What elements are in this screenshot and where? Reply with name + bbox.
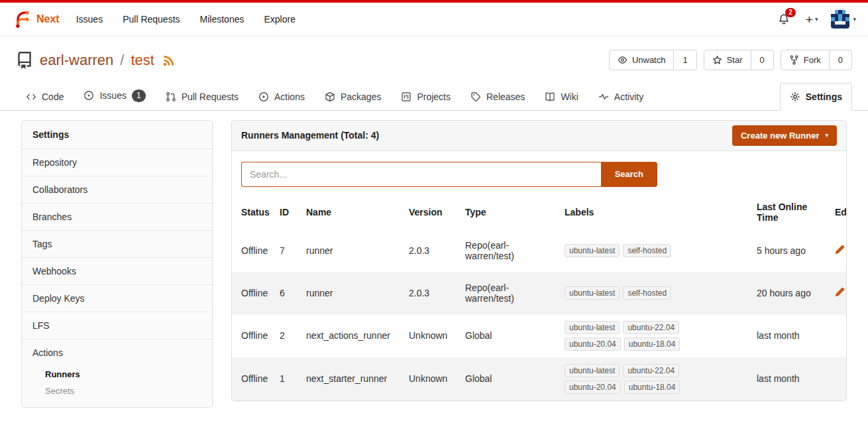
play-circle-icon	[258, 91, 269, 102]
col-status: Status	[232, 195, 274, 229]
navbar-right: 2 + ▾ ▾	[775, 10, 856, 29]
stars-count[interactable]: 0	[751, 50, 773, 70]
col-type: Type	[460, 195, 559, 229]
user-menu[interactable]: ▾	[831, 10, 856, 29]
tab-label: Code	[42, 91, 64, 102]
runner-status: Offline	[232, 272, 274, 314]
tab-code[interactable]: Code	[16, 83, 74, 111]
plus-icon: +	[806, 13, 813, 26]
runner-labels: ubuntu-latestself-hosted	[565, 244, 694, 257]
runner-row: Offline 7 runner 2.0.3 Repo(earl-warren/…	[232, 229, 847, 272]
star-button[interactable]: Star	[704, 50, 751, 70]
sidebar-item-actions[interactable]: Actions	[22, 339, 212, 366]
repo-title: earl-warren / test	[16, 52, 176, 69]
runner-label-chip: ubuntu-20.04	[565, 337, 621, 351]
repo-separator: /	[120, 52, 124, 69]
rss-feed-icon[interactable]	[162, 54, 176, 67]
pull-request-icon	[166, 91, 176, 102]
runner-label-chip: ubuntu-18.04	[624, 381, 680, 394]
unwatch-button[interactable]: Unwatch	[610, 50, 674, 70]
tab-releases[interactable]: Releases	[461, 83, 535, 111]
search-button[interactable]: Search	[601, 162, 657, 187]
runner-type: Repo(earl-warren/test)	[460, 272, 559, 314]
runner-label-chip: ubuntu-22.04	[623, 321, 679, 334]
runner-label-chip: ubuntu-latest	[565, 321, 620, 334]
runner-labels: ubuntu-latestubuntu-22.04ubuntu-20.04ubu…	[565, 321, 694, 351]
forks-count[interactable]: 0	[829, 50, 851, 70]
pencil-icon	[835, 245, 845, 255]
repo-name-link[interactable]: test	[131, 52, 154, 69]
fork-label: Fork	[804, 55, 821, 65]
runner-last-online: 5 hours ago	[751, 229, 830, 272]
runner-label-chip: ubuntu-latest	[565, 286, 620, 300]
runner-id: 7	[274, 229, 301, 272]
chevron-down-icon: ▾	[815, 16, 818, 23]
runner-status: Offline	[232, 229, 274, 272]
tab-label: Pull Requests	[182, 91, 239, 102]
home-link[interactable]: Next	[12, 9, 60, 29]
table-header-row: Status ID Name Version Type Labels Last …	[232, 195, 847, 229]
tab-issues[interactable]: Issues 1	[74, 81, 155, 111]
runner-label-chip: self-hosted	[623, 286, 671, 300]
runner-type: Global	[460, 314, 559, 357]
tab-settings[interactable]: Settings	[780, 83, 852, 111]
watch-button-group: Unwatch 1	[609, 50, 697, 70]
fork-button[interactable]: Fork	[781, 50, 829, 70]
tab-activity[interactable]: Activity	[588, 83, 653, 111]
nav-link-explore[interactable]: Explore	[254, 9, 305, 30]
sidebar-item-webhooks[interactable]: Webhooks	[22, 258, 212, 285]
fork-button-group: Fork 0	[781, 50, 852, 70]
edit-runner-button[interactable]	[835, 287, 845, 297]
sidebar-subitem-runners[interactable]: Runners	[22, 366, 212, 383]
sidebar-item-lfs[interactable]: LFS	[22, 312, 212, 339]
sidebar-item-deploy-keys[interactable]: Deploy Keys	[22, 285, 212, 312]
repo-icon	[16, 52, 33, 69]
watchers-count[interactable]: 1	[673, 50, 696, 70]
sidebar-item-repository[interactable]: Repository	[22, 149, 212, 176]
star-button-group: Star 0	[704, 50, 774, 70]
col-last-online: Last Online Time	[751, 195, 830, 229]
sidebar-item-tags[interactable]: Tags	[22, 231, 212, 258]
tab-projects[interactable]: Projects	[391, 83, 461, 111]
runner-name: next_actions_runner	[301, 314, 404, 357]
repo-owner-link[interactable]: earl-warren	[40, 52, 113, 69]
nav-link-issues[interactable]: Issues	[66, 9, 113, 30]
star-icon	[712, 55, 722, 65]
edit-runner-button[interactable]	[835, 245, 845, 255]
tab-packages[interactable]: Packages	[315, 83, 391, 111]
star-label: Star	[727, 55, 743, 65]
sidebar-item-branches[interactable]: Branches	[22, 204, 212, 231]
runner-label-chip: ubuntu-22.04	[623, 364, 679, 377]
col-version: Version	[404, 195, 460, 229]
runner-labels: ubuntu-latestubuntu-22.04ubuntu-20.04ubu…	[565, 364, 694, 394]
runner-status: Offline	[232, 314, 274, 357]
runner-row: Offline 6 runner 2.0.3 Repo(earl-warren/…	[232, 272, 847, 314]
tab-label: Packages	[341, 91, 381, 102]
code-icon	[26, 91, 36, 102]
eye-icon	[618, 55, 627, 65]
unwatch-label: Unwatch	[632, 55, 666, 65]
search-input[interactable]	[241, 162, 601, 187]
tag-icon	[470, 91, 481, 102]
sidebar-item-collaborators[interactable]: Collaborators	[22, 176, 212, 204]
actions-submenu: Runners Secrets	[22, 366, 212, 407]
chevron-down-icon: ▾	[825, 132, 828, 139]
nav-link-milestones[interactable]: Milestones	[190, 9, 254, 30]
create-runner-button[interactable]: Create new Runner ▾	[732, 125, 837, 146]
runner-last-online: last month	[751, 357, 830, 400]
runners-table-body: Offline 7 runner 2.0.3 Repo(earl-warren/…	[232, 229, 847, 400]
tab-actions[interactable]: Actions	[248, 83, 315, 111]
issue-icon	[83, 90, 94, 101]
tab-pull-requests[interactable]: Pull Requests	[156, 83, 248, 111]
runner-last-online: 20 hours ago	[751, 272, 830, 314]
tab-wiki[interactable]: Wiki	[535, 83, 588, 111]
page-content: Settings Repository Collaborators Branch…	[0, 111, 868, 408]
create-new-menu[interactable]: + ▾	[806, 13, 818, 26]
notifications-button[interactable]: 2	[775, 11, 792, 28]
nav-link-pull-requests[interactable]: Pull Requests	[113, 9, 190, 30]
runners-panel-header: Runners Management (Total: 4) Create new…	[232, 121, 846, 151]
runner-status: Offline	[232, 357, 274, 400]
sidebar-subitem-secrets[interactable]: Secrets	[22, 383, 212, 399]
forgejo-logo-icon	[12, 9, 32, 29]
tab-label: Wiki	[561, 91, 578, 102]
